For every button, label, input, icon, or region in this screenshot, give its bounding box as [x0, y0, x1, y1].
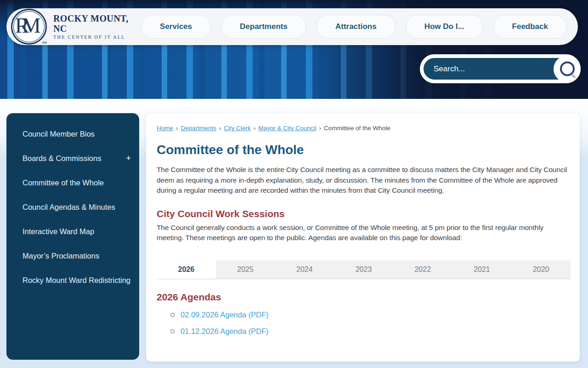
breadcrumb-separator: › [254, 125, 256, 132]
sidebar-item-interactive-ward-map[interactable]: Interactive Ward Map [23, 225, 131, 237]
nav-attractions-button[interactable]: Attractions [317, 15, 396, 39]
brand-name: ROCKY MOUNT, NC [53, 13, 141, 34]
search-button[interactable] [554, 55, 581, 82]
agenda-list-item: 02.09.2026 Agenda (PDF) [170, 310, 571, 319]
breadcrumb-current: Committee of the Whole [324, 125, 390, 132]
search-input[interactable] [424, 58, 539, 80]
expand-plus-icon[interactable]: + [126, 152, 131, 164]
page-title: Committee of the Whole [157, 143, 571, 157]
work-sessions-heading: City Council Work Sessions [157, 208, 571, 219]
servicemark-label: SM [42, 41, 47, 44]
tab-2020[interactable]: 2020 [511, 260, 571, 279]
sidebar-item-label: Boards & Commissions [23, 152, 101, 164]
main-nav: Services Departments Attractions How Do … [141, 15, 567, 39]
work-sessions-paragraph: The Council generally conducts a work se… [157, 223, 571, 243]
sidebar-item-label: Mayor’s Proclamations [23, 250, 99, 262]
list-bullet-icon [170, 313, 175, 317]
list-bullet-icon [170, 329, 175, 334]
sidebar-item-label: Council Member Bios [23, 128, 95, 140]
search-icon [560, 62, 575, 76]
tab-2022[interactable]: 2022 [393, 260, 452, 279]
tab-2026[interactable]: 2026 [157, 260, 216, 279]
year-tabs: 2026 2025 2024 2023 2022 2021 2020 [157, 260, 571, 279]
agendas-heading: 2026 Agendas [157, 292, 571, 303]
sidebar-item-label: Rocky Mount Ward Redistricting [23, 274, 130, 286]
agenda-link-02-09-2026[interactable]: 02.09.2026 Agenda (PDF) [181, 310, 269, 319]
breadcrumb-link-city-clerk[interactable]: City Clerk [224, 125, 251, 132]
nav-services-button[interactable]: Services [141, 15, 211, 39]
sidebar-item-label: Council Agendas & Minutes [23, 201, 115, 213]
agenda-list-item: 01.12.2026 Agenda (PDF) [170, 327, 571, 336]
nav-departments-button[interactable]: Departments [221, 15, 306, 39]
breadcrumb-link-departments[interactable]: Departments [181, 125, 216, 132]
top-navigation-bar: RM SM ROCKY MOUNT, NC THE CENTER OF IT A… [6, 8, 578, 45]
sidebar-item-mayors-proclamations[interactable]: Mayor’s Proclamations [23, 250, 131, 262]
brand-tagline: THE CENTER OF IT ALL [53, 34, 141, 40]
tab-2023[interactable]: 2023 [334, 260, 393, 279]
sidebar-item-council-member-bios[interactable]: Council Member Bios [23, 128, 131, 140]
rm-logo-icon: RM SM [11, 9, 47, 45]
breadcrumb: Home›Departments›City Clerk›Mayor & City… [157, 125, 571, 132]
breadcrumb-separator: › [176, 125, 178, 132]
brand-text: ROCKY MOUNT, NC THE CENTER OF IT ALL [53, 13, 141, 40]
sidebar-item-committee-of-the-whole[interactable]: Committee of the Whole [23, 177, 131, 189]
nav-how-do-i-button[interactable]: How Do I... [406, 15, 483, 39]
tab-2024[interactable]: 2024 [275, 260, 334, 279]
sidebar-item-boards-commissions[interactable]: Boards & Commissions + [23, 152, 131, 164]
breadcrumb-separator: › [319, 125, 321, 132]
breadcrumb-link-home[interactable]: Home [157, 125, 173, 132]
site-logo[interactable]: RM SM ROCKY MOUNT, NC THE CENTER OF IT A… [11, 9, 141, 45]
intro-paragraph: The Committee of the Whole is the entire… [157, 165, 571, 196]
sidebar-item-label: Interactive Ward Map [23, 225, 94, 237]
page-background: Council Member Bios Boards & Commissions… [0, 99, 588, 368]
sidebar-nav: Council Member Bios Boards & Commissions… [6, 113, 139, 360]
hero-banner: RM SM ROCKY MOUNT, NC THE CENTER OF IT A… [0, 0, 588, 99]
tab-2021[interactable]: 2021 [452, 260, 512, 279]
sidebar-item-ward-redistricting[interactable]: Rocky Mount Ward Redistricting [23, 274, 131, 286]
agenda-link-01-12-2026[interactable]: 01.12.2026 Agenda (PDF) [181, 327, 269, 336]
breadcrumb-separator: › [219, 125, 221, 132]
content-card: Home›Departments›City Clerk›Mayor & City… [146, 113, 580, 362]
nav-feedback-button[interactable]: Feedback [493, 15, 567, 39]
rm-monogram: RM [15, 15, 40, 36]
agenda-list: 02.09.2026 Agenda (PDF) 01.12.2026 Agend… [157, 310, 571, 336]
sidebar-item-council-agendas-minutes[interactable]: Council Agendas & Minutes [23, 201, 131, 213]
tab-2025[interactable]: 2025 [216, 260, 275, 279]
breadcrumb-link-mayor-city-council[interactable]: Mayor & City Council [258, 125, 316, 132]
sidebar-item-label: Committee of the Whole [23, 177, 104, 189]
site-search [420, 54, 581, 83]
